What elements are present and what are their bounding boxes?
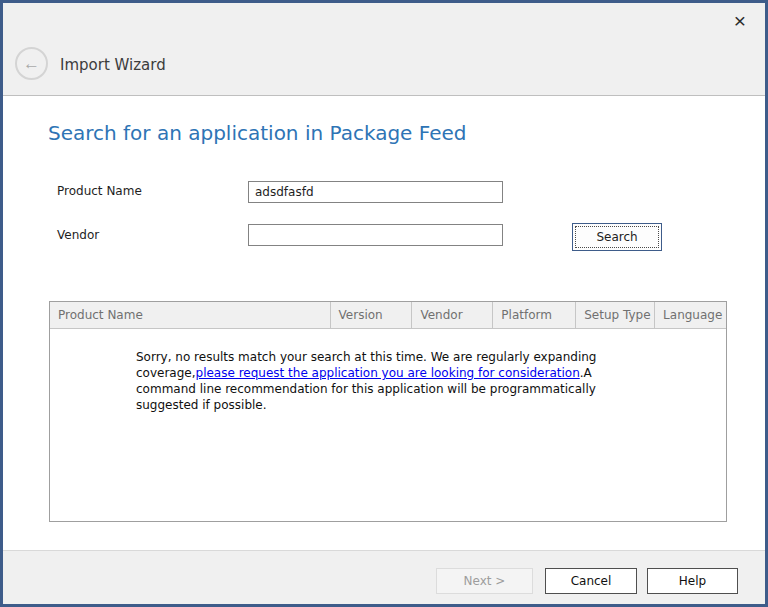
cancel-button[interactable]: Cancel [545,568,637,594]
column-header-language[interactable]: Language [655,302,726,328]
wizard-header: × ← Import Wizard [3,3,765,96]
import-wizard-dialog: × ← Import Wizard Search for an applicat… [0,0,768,607]
request-application-link[interactable]: please request the application you are l… [196,366,580,380]
product-name-input[interactable] [248,181,503,203]
column-header-setup-type[interactable]: Setup Type [576,302,655,328]
help-button[interactable]: Help [647,568,738,594]
no-results-message: Sorry, no results match your search at t… [136,349,600,413]
product-name-label: Product Name [57,184,142,198]
footer-bar: Next > Cancel Help [3,550,765,604]
back-arrow-icon: ← [23,55,40,72]
page-title: Search for an application in Package Fee… [48,121,466,145]
close-icon: × [734,9,746,32]
column-header-version[interactable]: Version [331,302,413,328]
column-header-platform[interactable]: Platform [493,302,576,328]
column-header-vendor[interactable]: Vendor [412,302,493,328]
column-header-product-name[interactable]: Product Name [50,302,331,328]
vendor-label: Vendor [57,228,99,242]
results-table: Product Name Version Vendor Platform Set… [49,301,727,522]
results-table-body: Sorry, no results match your search at t… [50,329,726,521]
vendor-input[interactable] [248,224,503,246]
next-button[interactable]: Next > [436,568,533,594]
close-button[interactable]: × [725,7,755,35]
search-button[interactable]: Search [572,223,662,251]
back-button[interactable]: ← [15,47,48,80]
results-table-header: Product Name Version Vendor Platform Set… [50,302,726,329]
wizard-title: Import Wizard [60,56,166,74]
